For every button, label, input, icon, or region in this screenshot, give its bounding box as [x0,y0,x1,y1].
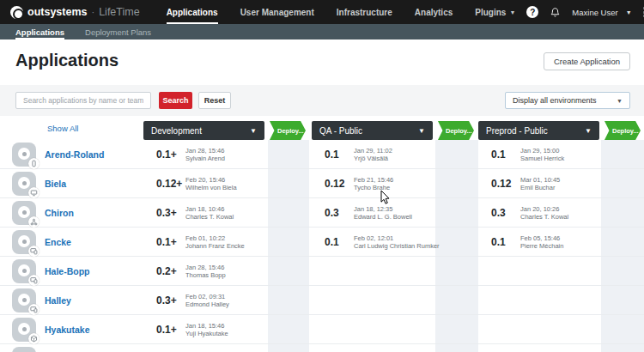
app-icon[interactable] [12,318,36,342]
version-number: 0.12 [491,178,520,190]
version-cell: 0.12Feb 21, 15:46Tycho Brahe [312,169,433,197]
reset-button[interactable]: Reset [198,92,231,109]
app-name-link[interactable]: Hyakutake [45,325,90,335]
env-header-label: Preprod - Public [486,126,548,136]
env-header-qa-public[interactable]: QA - Public▼ [312,121,433,140]
app-name-link[interactable]: Biela [45,179,66,189]
page-header: Applications Create Application [0,39,644,85]
app-name-link[interactable]: Encke [45,237,71,247]
version-date: Feb 01, 10:22 [185,234,245,242]
search-button[interactable]: Search [159,92,192,109]
version-cell: 0.1Jan 29, 15:00Samuel Herrick [478,140,599,168]
environment-filter-value: Display all environments [513,96,597,105]
version-date: Feb 02, 09:31 [185,293,229,300]
page-title: Applications [15,51,118,70]
lifetime-applications-screen: outsystems · LifeTime ApplicationsUser M… [0,0,644,352]
notifications-icon[interactable] [550,7,561,18]
version-author: Emil Buchar [520,184,560,191]
env-header-development[interactable]: Development▼ [143,121,264,140]
app-icon[interactable] [12,201,36,225]
app-icon[interactable] [12,230,36,254]
topnav-item-infrastructure[interactable]: Infrastructure [325,0,404,24]
version-author: Yrjö Väisälä [354,155,392,162]
version-number: 0.3+ [156,294,185,306]
app-name-link[interactable]: Halley [45,295,71,306]
help-icon[interactable]: ? [526,6,538,18]
version-cell: 0.3Jan 18, 12:35Edward L. G. Bowell [312,198,433,227]
brand-separator: · [91,7,94,17]
version-author: Carl Ludwig Christian Rumker [354,242,440,250]
version-meta: Feb 05, 15:46Pierre Méchain [520,234,563,250]
chevron-down-icon: ▼ [617,98,623,104]
deploy-button-development[interactable]: Deploy... [270,121,306,140]
topnav-menu: ApplicationsUser ManagementInfrastructur… [155,0,527,24]
version-author: Sylvain Arend [185,155,225,162]
topnav-item-applications[interactable]: Applications [155,0,229,24]
version-number: 0.1 [325,149,354,161]
topnav-item-user-management[interactable]: User Management [229,0,325,24]
app-icon[interactable] [12,288,36,313]
brand-name: outsystems [27,6,87,18]
module-badge-icon [28,333,39,344]
app-icon[interactable] [12,259,36,283]
create-application-button[interactable]: Create Application [544,52,630,70]
version-number: 0.1 [491,236,520,248]
version-meta: Feb 21, 15:46Tycho Brahe [354,176,393,191]
application-row-biela: Biela0.12+Feb 20, 15:46Wilhelm von Biela… [0,169,644,198]
brand-product: LifeTime [99,6,139,18]
version-number: 0.1+ [156,324,185,336]
version-author: Pierre Méchain [520,242,563,250]
app-icon[interactable] [12,172,36,196]
version-cell: 0.12Mar 01, 10:45Emil Buchar [478,169,599,197]
version-number: 0.1+ [156,236,185,248]
version-author: Edward L. G. Bowell [354,213,412,221]
version-date: Jan 28, 15:46 [185,147,225,155]
deploy-button-preprod-public[interactable]: Deploy... [605,121,641,140]
environment-filter-select[interactable]: Display all environments ▼ [505,92,630,109]
version-number: 0.1+ [156,149,185,161]
version-author: Charles T. Kowal [520,213,568,221]
version-cell: 0.1Feb 02, 12:01Carl Ludwig Christian Ru… [312,228,433,256]
version-cell: 0.3+Jan 18, 10:46Charles T. Kowal [143,198,264,227]
show-all-link[interactable]: Show All [47,124,78,133]
search-band: Search Reset Display all environments ▼ [0,85,644,116]
version-number: 0.1 [325,236,354,248]
search-input[interactable] [15,92,151,109]
app-icon-ring [18,148,30,160]
web-mobile-badge-icon [28,275,39,286]
version-cell: 0.1+Jan 18, 15:46Yuji Hyakutake [143,315,264,343]
version-number: 0.12+ [156,178,185,190]
version-meta: Jan 29, 11:02Yrjö Väisälä [354,147,392,162]
version-number: 0.12 [325,178,354,190]
app-name-link[interactable]: Chiron [45,208,74,218]
subnav-item-applications[interactable]: Applications [15,24,64,39]
version-cell: 0.12+Feb 20, 15:46Wilhelm von Biela [143,169,264,197]
version-date: Mar 01, 10:45 [520,176,560,184]
chevron-down-icon: ▼ [585,127,592,135]
chevron-down-icon: ▼ [626,9,632,15]
subnav-item-deployment-plans[interactable]: Deployment Plans [85,24,151,39]
web-mobile-badge-icon [28,246,39,257]
app-icon[interactable] [12,143,36,167]
version-author: Thomas Bopp [185,271,226,279]
user-menu[interactable]: Maxine User ▼ [572,8,631,17]
version-cell: 0.3+Feb 02, 09:31Edmond Halley [143,286,264,314]
app-name-link[interactable]: Arend-Roland [45,149,104,160]
version-number: 0.2+ [156,265,185,277]
version-date: Feb 21, 15:46 [354,176,393,184]
application-row-hyakutake: Hyakutake0.1+Jan 18, 15:46Yuji Hyakutake [0,315,644,344]
chevron-down-icon: ▼ [509,9,515,15]
application-row-hale-bopp: Hale-Bopp0.2+Jan 28, 15:46Thomas Bopp [0,257,644,286]
topnav-item-analytics[interactable]: Analytics [404,0,464,24]
env-header-preprod-public[interactable]: Preprod - Public▼ [478,121,599,140]
outsystems-logo-icon [10,6,23,19]
outsystems-logo[interactable]: outsystems · LifeTime [10,0,140,24]
app-icon[interactable] [12,347,36,352]
version-cell: 0.1+Jan 28, 15:46Sylvain Arend [143,140,264,168]
deploy-button-qa-public[interactable]: Deploy... [438,121,474,140]
version-date: Jan 29, 15:00 [520,147,564,155]
topnav-item-plugins[interactable]: Plugins▼ [464,0,526,24]
service-badge-icon [28,216,39,228]
app-name-link[interactable]: Hale-Bopp [45,266,90,276]
version-meta: Feb 01, 10:22Johann Franz Encke [185,234,245,250]
